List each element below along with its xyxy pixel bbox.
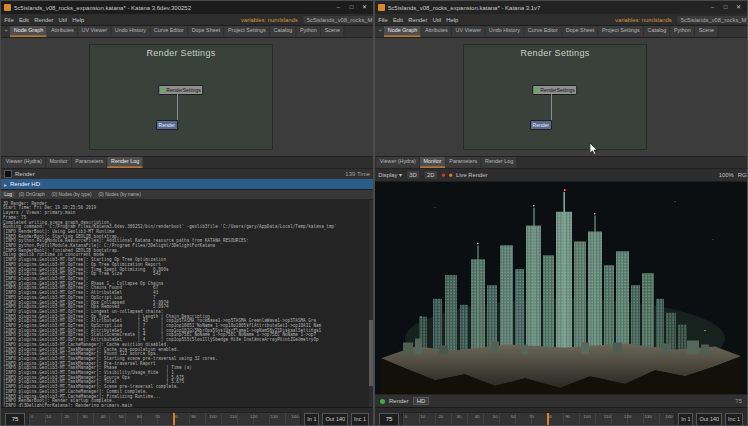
node-rendersettings[interactable]: RenderSettings <box>158 85 203 95</box>
menu-item[interactable]: Render <box>34 16 53 23</box>
catalog-row[interactable]: Render 139 Time <box>1 169 373 179</box>
panel-tab[interactable]: Project Settings <box>598 26 644 37</box>
out-field[interactable]: Out 140 <box>696 413 722 426</box>
menu-item[interactable]: Edit <box>393 16 403 23</box>
render-log-panel[interactable]: 3D Render: RenderStart Time: Fri Dec 19 … <box>1 200 373 407</box>
timeline-ruler[interactable]: 0102030405060708090100110120130140 <box>28 412 301 426</box>
menu-item[interactable]: File <box>4 16 13 23</box>
panel-tab[interactable]: Undo History <box>111 26 150 37</box>
panel-tab[interactable]: Attributes <box>421 26 452 37</box>
viewer-tab[interactable]: Monitor <box>46 157 72 168</box>
in-field[interactable]: In 1 <box>678 413 693 426</box>
panel-tab[interactable]: Dope Sheet <box>562 26 598 37</box>
playhead[interactable] <box>547 413 549 426</box>
viewer-tab[interactable]: Render Log <box>481 157 517 168</box>
close-button[interactable]: ✕ <box>732 2 745 13</box>
panel-tab[interactable]: Catalog <box>644 26 670 37</box>
panel-tab[interactable]: Curve Editor <box>150 26 188 37</box>
document-tab[interactable]: 5c5islands_v08_rocks_M <box>677 15 747 24</box>
panel-tab[interactable]: Catalog <box>270 26 296 37</box>
timeline-tick: 20 <box>64 413 69 420</box>
titlebar[interactable]: 5c5islands_v08_rocks_expansion.katana* -… <box>1 1 373 14</box>
panel-tab[interactable]: Scene <box>321 26 344 37</box>
menu-item[interactable]: Help <box>446 16 458 23</box>
view-3d-button[interactable]: 3D <box>406 170 420 179</box>
maximize-button[interactable]: □ <box>719 2 732 13</box>
panel-tab[interactable]: Project Settings <box>224 26 270 37</box>
in-field[interactable]: In 1 <box>304 413 319 426</box>
menu-item[interactable]: Render <box>408 16 427 23</box>
panel-tab[interactable]: UV Viewer <box>78 26 111 37</box>
render-name[interactable]: Render <box>389 398 409 404</box>
project-variables-widget[interactable]: variables: numIslands <box>241 16 298 23</box>
maximize-button[interactable]: □ <box>345 2 358 13</box>
close-button[interactable]: ✕ <box>358 2 371 13</box>
display-dropdown[interactable]: Display ▾ <box>378 172 402 179</box>
minimize-button[interactable]: – <box>706 2 719 13</box>
project-variables-widget[interactable]: variables: numIslands <box>615 16 672 23</box>
panel-tab[interactable]: Python <box>296 26 321 37</box>
current-frame-field[interactable]: 75 <box>379 413 399 426</box>
catalog-row-selected[interactable]: ▸ Render HD <box>1 179 373 189</box>
viewer-tab[interactable]: Parameters <box>72 157 108 168</box>
playhead[interactable] <box>173 413 175 426</box>
live-render-button[interactable]: Live Render <box>456 172 488 179</box>
stop-render-icon[interactable] <box>442 173 445 176</box>
view-flag-icon <box>535 88 538 91</box>
inc-field[interactable]: Inc 1 <box>725 413 743 426</box>
menu-item[interactable]: File <box>378 16 387 23</box>
viewer-tab[interactable]: Parameters <box>446 157 482 168</box>
node-label: RenderSettings <box>166 87 200 93</box>
panel-tab[interactable]: Curve Editor <box>524 26 562 37</box>
document-tab[interactable]: 5c5islands_v08_rocks_M <box>303 15 373 24</box>
menu-item[interactable]: Util <box>433 16 441 23</box>
expand-arrow-icon[interactable]: ▸ <box>4 181 7 188</box>
viewer-tab[interactable]: Render Log <box>107 157 143 168</box>
log-filter-tab[interactable]: (0) Nodes (by type) <box>48 191 95 198</box>
node-graph-panel[interactable]: Render Settings RenderSettings Render <box>375 38 747 157</box>
zoom-level[interactable]: 100% <box>719 172 734 179</box>
menu-item[interactable]: Util <box>59 16 67 23</box>
panel-tab[interactable]: Attributes <box>47 26 78 37</box>
add-tab-icon[interactable]: + <box>376 26 384 37</box>
panel-tab[interactable]: Node Graph <box>10 26 47 37</box>
out-field[interactable]: Out 140 <box>322 413 348 426</box>
panel-tab[interactable]: UV Viewer <box>452 26 485 37</box>
node-graph-panel[interactable]: Render Settings RenderSettings Render <box>1 38 373 157</box>
monitor-image-area[interactable] <box>375 182 747 394</box>
panel-tab[interactable]: Undo History <box>485 26 524 37</box>
node-rendersettings[interactable]: RenderSettings <box>532 85 577 95</box>
render-active-icon <box>380 399 385 404</box>
window-controls: – □ ✕ <box>706 2 745 13</box>
view-2d-button[interactable]: 2D <box>424 170 438 179</box>
timeline-ruler[interactable]: 0102030405060708090100110120130140 <box>402 412 675 426</box>
log-filter-tab[interactable]: Log <box>1 191 15 198</box>
titlebar[interactable]: 5c5islands_v08_rocks_expansion.katana* -… <box>375 1 747 14</box>
panel-tab[interactable]: Python <box>670 26 695 37</box>
viewer-tab[interactable]: Monitor <box>420 157 446 168</box>
viewer-tab[interactable]: Viewer (Hydra) <box>376 157 420 168</box>
inc-field[interactable]: Inc 1 <box>351 413 369 426</box>
panel-tab[interactable]: Dope Sheet <box>188 26 224 37</box>
node-graph-canvas[interactable]: Render Settings RenderSettings Render <box>463 44 647 150</box>
catalog-name: Render HD <box>10 181 40 187</box>
scrollbar-thumb[interactable] <box>369 320 373 386</box>
node-graph-canvas[interactable]: Render Settings RenderSettings Render <box>89 44 273 150</box>
timeline-tick: 0 <box>31 413 33 420</box>
backdrop-title: Render Settings <box>90 48 272 58</box>
channel-select[interactable]: RGB <box>738 172 747 179</box>
log-scrollbar[interactable] <box>369 200 373 407</box>
panel-tab[interactable]: Scene <box>695 26 718 37</box>
node-render[interactable]: Render <box>156 120 178 130</box>
rendered-city-image[interactable] <box>375 182 747 394</box>
node-render[interactable]: Render <box>530 120 552 130</box>
menu-item[interactable]: Edit <box>19 16 29 23</box>
current-frame-field[interactable]: 75 <box>5 413 25 426</box>
log-filter-tab[interactable]: (0) OnGraph <box>15 191 48 198</box>
log-filter-tab[interactable]: (0) Nodes (by name) <box>95 191 144 198</box>
minimize-button[interactable]: – <box>332 2 345 13</box>
add-tab-icon[interactable]: + <box>2 26 10 37</box>
viewer-tab[interactable]: Viewer (Hydra) <box>2 157 46 168</box>
menu-item[interactable]: Help <box>72 16 84 23</box>
panel-tab[interactable]: Node Graph <box>384 26 421 37</box>
